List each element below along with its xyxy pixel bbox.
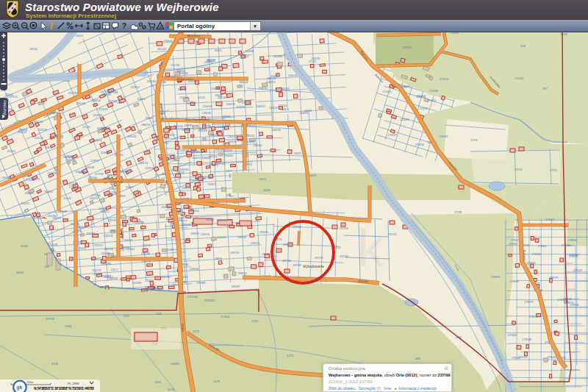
svg-text:239/53: 239/53 [237, 271, 247, 275]
svg-text:243/73: 243/73 [228, 140, 237, 143]
svg-text:Długa: Długa [181, 324, 185, 332]
svg-text:278/87: 278/87 [509, 242, 518, 246]
svg-text:29/2: 29/2 [123, 314, 130, 318]
svg-text:201/8: 201/8 [63, 196, 71, 200]
svg-text:221/39: 221/39 [171, 63, 180, 67]
svg-text:239/95: 239/95 [259, 230, 269, 234]
svg-text:232/9: 232/9 [93, 272, 101, 276]
svg-text:187/4: 187/4 [29, 47, 37, 51]
svg-text:243/9: 243/9 [263, 188, 271, 192]
svg-text:190/54: 190/54 [166, 153, 176, 157]
svg-text:270/63: 270/63 [400, 118, 409, 121]
svg-text:244/57: 244/57 [90, 196, 99, 200]
svg-text:232/85: 232/85 [135, 221, 145, 224]
svg-text:244/47: 244/47 [270, 106, 279, 110]
svg-text:237/103: 237/103 [187, 296, 198, 299]
svg-text:PL-1992: PL-1992 [68, 382, 80, 385]
svg-text:24/2: 24/2 [156, 312, 162, 316]
svg-text:244/41: 244/41 [163, 39, 173, 43]
svg-text:232/97: 232/97 [101, 274, 111, 278]
svg-text:243/16: 243/16 [209, 154, 218, 158]
svg-text:239/4: 239/4 [215, 257, 223, 260]
svg-text:Akacjowa: Akacjowa [187, 34, 201, 38]
svg-text:237/99: 237/99 [293, 264, 301, 267]
svg-text:278/49: 278/49 [508, 333, 517, 337]
svg-text:187/45: 187/45 [102, 93, 112, 96]
svg-text:233/44: 233/44 [85, 165, 95, 169]
svg-text:205/50: 205/50 [88, 176, 98, 179]
svg-text:190/20: 190/20 [210, 133, 220, 137]
svg-text:205/14: 205/14 [139, 161, 148, 165]
svg-text:194/43: 194/43 [224, 154, 234, 157]
svg-text:261/10: 261/10 [228, 135, 237, 138]
svg-text:Brukowa: Brukowa [121, 228, 125, 240]
svg-text:232/6: 232/6 [78, 246, 86, 250]
svg-text:269/5: 269/5 [560, 32, 568, 36]
svg-text:239/88: 239/88 [196, 281, 206, 285]
svg-text:Marii Konopnickiej: Marii Konopnickiej [185, 118, 209, 121]
svg-text:263/12: 263/12 [101, 210, 110, 213]
svg-text:243/21: 243/21 [198, 127, 208, 131]
svg-text:Ceynowy: Ceynowy [110, 179, 122, 183]
svg-text:237/63: 237/63 [293, 226, 301, 229]
svg-text:234/18: 234/18 [203, 104, 212, 108]
svg-text:244/9: 244/9 [270, 74, 279, 78]
svg-text:243/18: 243/18 [179, 149, 189, 152]
svg-text:270/74: 270/74 [440, 77, 449, 81]
svg-text:265/30: 265/30 [76, 101, 86, 105]
svg-text:1268/2: 1268/2 [171, 362, 180, 366]
svg-text:486/2: 486/2 [16, 271, 24, 274]
svg-text:248/13: 248/13 [182, 186, 191, 190]
svg-text:271/22: 271/22 [68, 182, 78, 185]
svg-text:239/32: 239/32 [190, 232, 200, 235]
svg-text:191/5: 191/5 [198, 96, 206, 99]
svg-text:240/11: 240/11 [192, 156, 201, 160]
svg-text:Warstwy: Warstwy [2, 100, 7, 115]
svg-text:232/13: 232/13 [76, 225, 86, 229]
svg-text:262/60: 262/60 [147, 79, 157, 83]
svg-text:278/81: 278/81 [537, 244, 547, 248]
svg-text:267/20: 267/20 [240, 54, 249, 58]
svg-text:242/36: 242/36 [196, 177, 206, 180]
svg-text:237/95: 237/95 [283, 243, 292, 246]
svg-text:250/4: 250/4 [145, 116, 153, 120]
svg-text:239/49: 239/49 [217, 235, 226, 239]
svg-text:232/84: 232/84 [161, 275, 171, 279]
svg-text:239/2: 239/2 [262, 252, 270, 256]
svg-text:232/26: 232/26 [121, 246, 130, 249]
svg-text:240/42: 240/42 [205, 218, 215, 221]
svg-text:278/54: 278/54 [491, 275, 501, 279]
svg-text:265/42: 265/42 [242, 101, 251, 104]
svg-text:232/88: 232/88 [102, 262, 112, 266]
svg-text:239/14: 239/14 [251, 241, 260, 245]
svg-text:208/48: 208/48 [101, 151, 110, 154]
svg-text:207/49: 207/49 [187, 101, 196, 105]
svg-text:239/70: 239/70 [218, 218, 227, 222]
svg-text:261/54: 261/54 [18, 130, 27, 134]
svg-text:272/8: 272/8 [454, 210, 462, 214]
svg-text:239/87: 239/87 [231, 285, 240, 288]
svg-text:232/39: 232/39 [68, 91, 78, 95]
svg-text:278/96: 278/96 [567, 238, 577, 242]
svg-text:270/41: 270/41 [382, 90, 392, 93]
svg-text:230/14: 230/14 [91, 99, 101, 102]
svg-text:270/81: 270/81 [429, 89, 439, 93]
svg-text:232/48: 232/48 [141, 252, 151, 255]
svg-text:244/73: 244/73 [266, 80, 276, 84]
svg-text:Wilsoka: Wilsoka [358, 279, 369, 283]
svg-text:266/34: 266/34 [48, 171, 57, 175]
svg-text:270/17: 270/17 [388, 133, 398, 137]
svg-text:236/25: 236/25 [211, 87, 220, 90]
svg-text:223/19: 223/19 [38, 128, 48, 132]
svg-text:252/55: 252/55 [167, 157, 176, 161]
svg-text:251/50: 251/50 [35, 136, 44, 140]
svg-text:1269: 1269 [251, 319, 259, 323]
svg-text:180/37: 180/37 [207, 58, 216, 62]
svg-text:A: A [159, 25, 162, 29]
svg-text:222/40: 222/40 [174, 124, 184, 128]
svg-text:270/53: 270/53 [514, 76, 524, 80]
svg-text:270/82: 270/82 [439, 135, 448, 138]
svg-text:237/29: 237/29 [315, 257, 323, 260]
svg-text:1246: 1246 [65, 324, 72, 328]
svg-text:239/34: 239/34 [190, 267, 199, 271]
